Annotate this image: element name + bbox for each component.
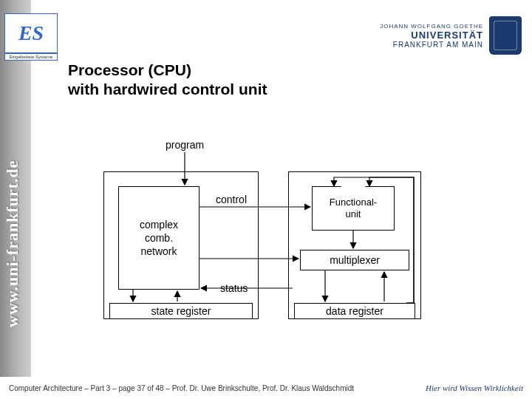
- logo-es-subtext: Eingebettete Systeme: [5, 54, 57, 60]
- label-program: program: [166, 139, 204, 151]
- uni-seal-icon: [489, 16, 522, 55]
- logo-es: ES Eingebettete Systeme: [4, 13, 58, 61]
- logo-university: JOHANN WOLFGANG GOETHE UNIVERSITÄT FRANK…: [374, 13, 522, 58]
- uni-line1: JOHANN WOLFGANG GOETHE: [374, 23, 483, 30]
- datapath-container: [288, 171, 421, 319]
- footer: Computer Architecture – Part 3 – page 37…: [0, 377, 532, 399]
- uni-line3: FRANKFURT AM MAIN: [374, 41, 483, 49]
- title-line1: Processor (CPU): [68, 61, 191, 78]
- cpu-diagram: program complex comb. network control st…: [89, 126, 429, 332]
- block-state-register: state register: [109, 303, 253, 319]
- block-multiplexer: multiplexer: [300, 250, 409, 270]
- footer-right: Hier wird Wissen Wirklichkeit: [426, 383, 523, 392]
- sidebar-url: www.uni-frankfurt.de: [3, 111, 28, 377]
- block-data-register: data register: [294, 303, 415, 319]
- block-comb-network: complex comb. network: [118, 186, 200, 290]
- footer-left: Computer Architecture – Part 3 – page 37…: [9, 384, 426, 392]
- title-line2: with hardwired control unit: [68, 81, 267, 98]
- label-control: control: [216, 194, 247, 205]
- uni-line2: UNIVERSITÄT: [374, 30, 483, 41]
- label-status: status: [220, 282, 248, 294]
- logo-es-text: ES: [5, 14, 57, 54]
- page-title: Processor (CPU) with hardwired control u…: [68, 61, 267, 100]
